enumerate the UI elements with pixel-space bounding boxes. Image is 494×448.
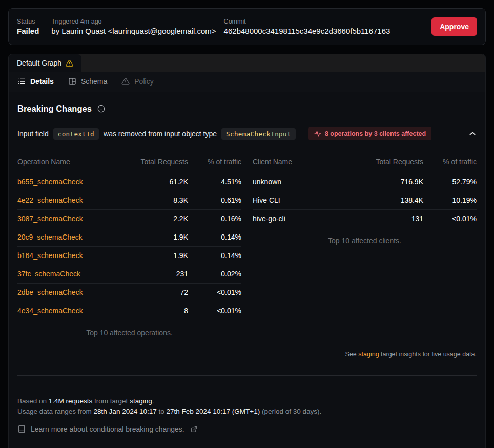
requests-value: 1.9K (122, 247, 188, 265)
requests-value: 131 (358, 210, 423, 228)
traffic-value: 0.61% (188, 191, 241, 210)
subtab-bar: Details Schema Policy (9, 72, 485, 92)
operation-link[interactable]: 2dbe_schemaCheck (17, 288, 83, 296)
graph-tab-label: Default Graph (17, 59, 61, 67)
operation-link[interactable]: b164_schemaCheck (17, 251, 83, 260)
client-name: Hive CLI (253, 196, 280, 204)
traffic-value: 0.16% (188, 210, 241, 228)
activity-icon (314, 130, 321, 137)
table-row: unknown716.9K52.79% (253, 173, 477, 191)
info-icon[interactable] (97, 105, 105, 113)
requests-value: 8 (122, 302, 188, 321)
field-code-pill: contextId (53, 128, 99, 140)
range-start: 28th Jan 2024 10:17 (94, 408, 157, 415)
operation-link[interactable]: 4e34_schemaCheck (17, 307, 83, 315)
tab-policy-label: Policy (134, 77, 153, 86)
graph-tabstrip: Default Graph (9, 54, 485, 72)
traffic-value: 0.14% (188, 247, 241, 265)
insights-note-prefix: See (345, 351, 359, 358)
date-range-line: Usage data ranges from 28th Jan 2024 10:… (17, 407, 477, 417)
section-header: Breaking Changes (17, 104, 477, 114)
tab-details[interactable]: Details (17, 77, 54, 86)
requests-value: 1.9K (122, 228, 188, 247)
operation-link[interactable]: b655_schemaCheck (17, 178, 83, 186)
triggered-by: by Laurin Quast <laurinquast@googlemail.… (51, 27, 216, 35)
operation-link[interactable]: 4e22_schemaCheck (17, 196, 83, 204)
requests-value: 138.4K (358, 191, 423, 210)
section-title: Breaking Changes (17, 104, 92, 114)
col-operation-name: Operation Name (17, 154, 122, 173)
table-row: 3087_schemaCheck2.2K0.16% (17, 210, 241, 228)
requests-value: 72 (122, 284, 188, 302)
book-icon (17, 425, 26, 433)
traffic-value: <0.01% (188, 302, 241, 321)
operation-link[interactable]: 37fc_schemaCheck (17, 270, 80, 278)
table-row: 2dbe_schemaCheck72<0.01% (17, 284, 241, 302)
traffic-value: 4.51% (188, 173, 241, 191)
usage-tables: Operation Name Total Requests % of traff… (17, 154, 477, 337)
tab-default-graph[interactable]: Default Graph (9, 54, 81, 72)
traffic-value: 0.02% (188, 265, 241, 284)
based-text: from target (92, 397, 130, 405)
learn-more-row: Learn more about conditional breaking ch… (17, 425, 477, 433)
type-code-pill: SchemaCheckInput (221, 128, 296, 140)
based-on-line: Based on 1.4M requests from target stagi… (17, 396, 477, 407)
panel-body: Details Schema Policy Breaking Changes (9, 72, 485, 448)
approve-button[interactable]: Approve (431, 17, 477, 36)
requests-count: 1.4M requests (49, 397, 93, 405)
commit-label: Commit (224, 18, 390, 25)
traffic-value: 10.19% (423, 191, 477, 210)
status-field: Status Failed (17, 18, 39, 35)
check-summary-bar: Status Failed Triggered 4m ago by Laurin… (8, 8, 486, 45)
insights-note-suffix: target insights for live usage data. (379, 351, 477, 358)
table-row: 4e22_schemaCheck8.3K0.61% (17, 191, 241, 210)
client-name: unknown (253, 178, 281, 186)
operation-link[interactable]: 20c9_schemaCheck (17, 233, 83, 241)
operation-link[interactable]: 3087_schemaCheck (17, 215, 83, 223)
traffic-value: <0.01% (188, 284, 241, 302)
table-row: hive-go-cli131<0.01% (253, 210, 477, 228)
chevron-up-icon[interactable] (468, 130, 477, 138)
policy-warning-icon (121, 77, 130, 86)
client-name: hive-go-cli (253, 215, 285, 223)
col-client-name: Client Name (253, 154, 358, 173)
details-content: Breaking Changes Input field contextId w… (9, 92, 485, 433)
target-name: staging (130, 397, 152, 405)
insights-note: See staging target insights for live usa… (17, 351, 477, 358)
operations-table: Operation Name Total Requests % of traff… (17, 154, 241, 337)
table-row: 20c9_schemaCheck1.9K0.14% (17, 228, 241, 247)
requests-value: 8.3K (122, 191, 188, 210)
operations-footnote: Top 10 affected operations. (17, 320, 241, 337)
range-text: to (157, 408, 167, 415)
based-text: . (152, 397, 154, 405)
table-row: b655_schemaCheck61.2K4.51% (17, 173, 241, 191)
commit-field: Commit 462b48000c34198115c34e9c2d3660f5b… (224, 18, 390, 35)
tab-schema-label: Schema (81, 77, 107, 86)
impact-badge-label: 8 operations by 3 clients affected (325, 130, 426, 137)
range-end: 27th Feb 2024 10:17 (GMT+1) (166, 408, 260, 415)
external-link-icon (191, 426, 197, 433)
table-row: 37fc_schemaCheck2310.02% (17, 265, 241, 284)
requests-value: 61.2K (122, 173, 188, 191)
change-text-middle: was removed from input object type (104, 130, 217, 138)
tab-schema[interactable]: Schema (68, 77, 107, 86)
check-panel: Default Graph Details Schema (8, 54, 486, 448)
traffic-value: <0.01% (423, 210, 477, 228)
schema-icon (68, 77, 76, 86)
col-total-requests: Total Requests (358, 154, 423, 173)
tab-policy[interactable]: Policy (121, 77, 153, 86)
change-text-prefix: Input field (17, 130, 49, 138)
learn-more-link[interactable]: Learn more about conditional breaking ch… (31, 425, 184, 433)
requests-value: 2.2K (122, 210, 188, 228)
table-row: Hive CLI138.4K10.19% (253, 191, 477, 210)
requests-value: 231 (122, 265, 188, 284)
staging-insights-link[interactable]: staging (358, 351, 379, 358)
table-row: 4e34_schemaCheck8<0.01% (17, 302, 241, 321)
range-text: (period of 30 days). (260, 408, 321, 415)
commit-hash: 462b48000c34198115c34e9c2d3660f5b1167163 (224, 27, 390, 35)
usage-footer: Based on 1.4M requests from target stagi… (17, 396, 477, 417)
impact-badge[interactable]: 8 operations by 3 clients affected (308, 127, 431, 140)
col-traffic: % of traffic (423, 154, 477, 173)
col-traffic: % of traffic (188, 154, 241, 173)
breaking-change-row[interactable]: Input field contextId was removed from i… (17, 127, 477, 140)
